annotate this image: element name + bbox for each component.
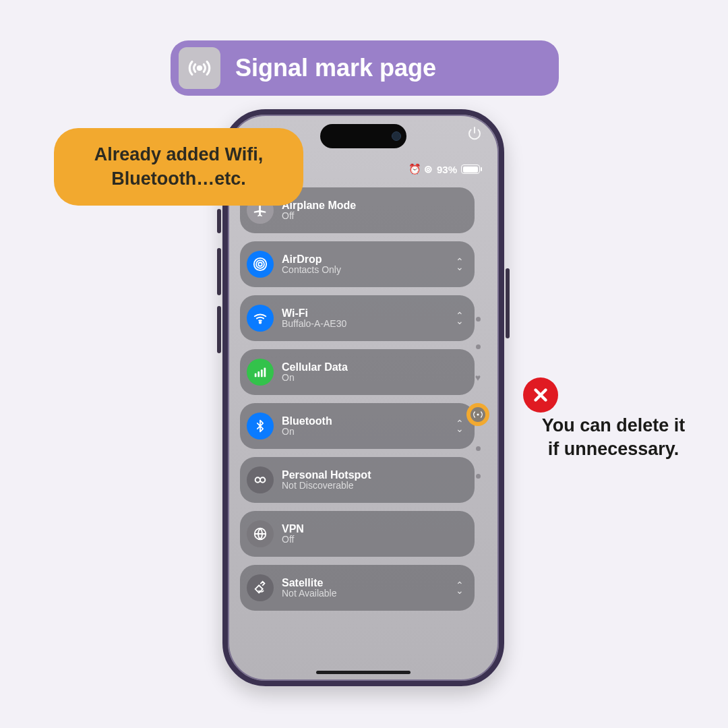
row-subtitle: Not Available [282, 588, 336, 599]
settings-row-vpn[interactable]: VPNOff [240, 511, 475, 557]
row-title: AirDrop [282, 253, 341, 266]
row-title: Satellite [282, 577, 336, 589]
satellite-icon [247, 574, 274, 601]
annotation-delete-text: You can delete it if unnecessary. [519, 414, 708, 461]
row-title: VPN [282, 523, 304, 535]
status-icons: ⏰ ⊚ [408, 163, 433, 175]
svg-point-0 [198, 66, 201, 69]
row-subtitle: Contacts Only [282, 265, 341, 275]
svg-point-1 [258, 262, 262, 266]
svg-rect-7 [261, 369, 263, 377]
row-subtitle: On [282, 427, 332, 437]
annotation-delete: You can delete it if unnecessary. [519, 377, 708, 461]
row-subtitle: Off [282, 211, 356, 221]
svg-point-4 [260, 322, 261, 323]
cellular-icon [247, 359, 274, 386]
hotspot-icon [247, 466, 274, 493]
settings-row-bluetooth[interactable]: BluetoothOn⌃⌄ [240, 403, 475, 449]
settings-row-cellular[interactable]: Cellular DataOn [240, 349, 475, 395]
page-title: Signal mark page [235, 54, 436, 82]
settings-row-satellite[interactable]: SatelliteNot Available⌃⌄ [240, 565, 475, 611]
row-subtitle: Not Discoverable [282, 481, 371, 491]
svg-point-9 [255, 477, 260, 482]
close-icon [523, 377, 558, 413]
battery-icon [461, 164, 480, 174]
page-title-pill: Signal mark page [171, 40, 559, 96]
row-title: Wi-Fi [282, 307, 346, 320]
settings-row-airdrop[interactable]: AirDropContacts Only⌃⌄ [240, 241, 475, 287]
dynamic-island [320, 124, 406, 148]
phone-side-button [217, 248, 221, 295]
row-subtitle: Off [282, 535, 304, 545]
row-title: Bluetooth [282, 415, 332, 427]
page-dot[interactable] [476, 446, 481, 451]
vpn-icon [247, 520, 274, 547]
status-bar: ⏰ ⊚ 93% [408, 163, 480, 175]
svg-rect-5 [255, 373, 257, 377]
row-subtitle: On [282, 373, 348, 383]
phone-side-button [217, 306, 221, 353]
row-subtitle: Buffalo-A-AE30 [282, 319, 346, 329]
svg-rect-8 [264, 368, 266, 377]
phone-side-button [217, 209, 221, 233]
signal-page-active-icon[interactable] [466, 403, 489, 426]
chevron-updown-icon: ⌃⌄ [456, 259, 464, 270]
annotation-added-text: Already added Wifi, Bluetooth…etc. [94, 143, 263, 190]
svg-point-12 [477, 414, 479, 415]
wifi-icon [247, 305, 274, 332]
airdrop-icon [247, 251, 274, 278]
svg-rect-6 [257, 371, 260, 377]
annotation-added: Already added Wifi, Bluetooth…etc. [54, 128, 303, 206]
settings-row-wifi[interactable]: Wi-FiBuffalo-A-AE30⌃⌄ [240, 295, 475, 341]
favorite-page-icon[interactable]: ♥ [475, 372, 481, 383]
page-dot[interactable] [476, 344, 481, 349]
row-title: Cellular Data [282, 361, 348, 373]
page-indicator[interactable]: ♥ [466, 317, 489, 479]
chevron-updown-icon: ⌃⌄ [456, 313, 464, 324]
settings-list: Airplane ModeOffAirDropContacts Only⌃⌄Wi… [240, 187, 475, 661]
battery-percent: 93% [437, 164, 457, 175]
bluetooth-icon [247, 413, 274, 439]
home-indicator[interactable] [316, 671, 411, 674]
chevron-updown-icon: ⌃⌄ [456, 421, 464, 432]
page-dot[interactable] [476, 474, 481, 479]
power-icon [466, 125, 483, 142]
svg-point-2 [256, 260, 264, 268]
svg-point-10 [260, 477, 265, 482]
row-title: Personal Hotspot [282, 469, 371, 481]
page-dot[interactable] [476, 317, 481, 322]
chevron-updown-icon: ⌃⌄ [456, 582, 464, 594]
phone-side-button [506, 268, 510, 338]
antenna-icon [179, 47, 220, 89]
settings-row-hotspot[interactable]: Personal HotspotNot Discoverable [240, 457, 475, 503]
power-button[interactable] [466, 125, 483, 144]
